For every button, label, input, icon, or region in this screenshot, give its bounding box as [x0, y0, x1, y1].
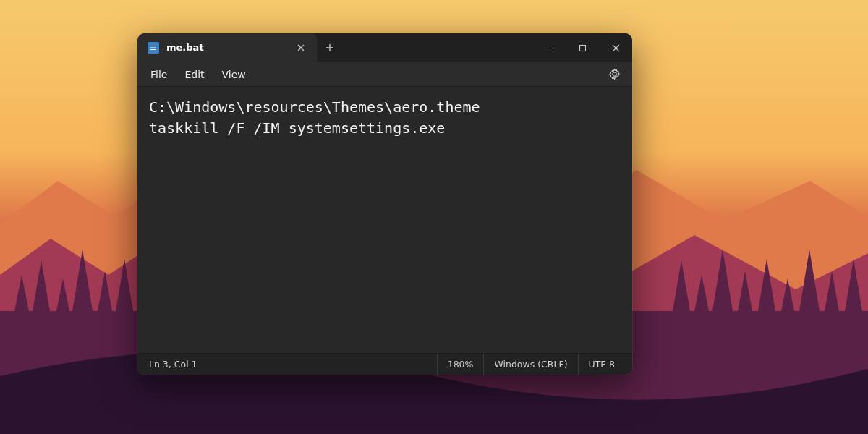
close-icon — [297, 44, 305, 51]
titlebar-drag-region[interactable] — [343, 33, 532, 62]
tab-close-button[interactable] — [294, 41, 308, 55]
document-icon — [148, 42, 159, 54]
window-controls — [532, 33, 632, 62]
plus-icon — [326, 43, 334, 52]
maximize-button[interactable] — [566, 33, 599, 62]
window-close-button[interactable] — [599, 33, 632, 62]
titlebar[interactable]: me.bat — [137, 33, 632, 62]
svg-rect-3 — [150, 49, 156, 50]
minimize-button[interactable] — [532, 33, 566, 62]
new-tab-button[interactable] — [317, 33, 343, 62]
menu-view[interactable]: View — [213, 66, 255, 83]
tab-active[interactable]: me.bat — [137, 33, 317, 62]
editor-textarea[interactable]: C:\Windows\resources\Themes\aero.theme t… — [137, 87, 632, 353]
tab-title: me.bat — [166, 42, 286, 53]
svg-rect-2 — [150, 47, 156, 48]
desktop-wallpaper: me.bat File — [0, 0, 868, 434]
status-position[interactable]: Ln 3, Col 1 — [145, 354, 208, 375]
menu-file[interactable]: File — [142, 66, 176, 83]
menubar: File Edit View — [137, 62, 632, 87]
settings-button[interactable] — [603, 64, 625, 85]
svg-rect-4 — [579, 45, 585, 51]
menu-edit[interactable]: Edit — [176, 66, 213, 83]
close-icon — [612, 44, 620, 52]
status-zoom[interactable]: 180% — [437, 354, 484, 375]
maximize-icon — [579, 44, 587, 52]
status-encoding[interactable]: UTF-8 — [578, 354, 625, 375]
svg-rect-1 — [150, 46, 156, 46]
gear-icon — [608, 68, 621, 80]
notepad-window: me.bat File — [137, 33, 632, 375]
status-bar: Ln 3, Col 1 180% Windows (CRLF) UTF-8 — [137, 353, 632, 375]
minimize-icon — [545, 44, 553, 52]
status-line-ending[interactable]: Windows (CRLF) — [483, 354, 577, 375]
